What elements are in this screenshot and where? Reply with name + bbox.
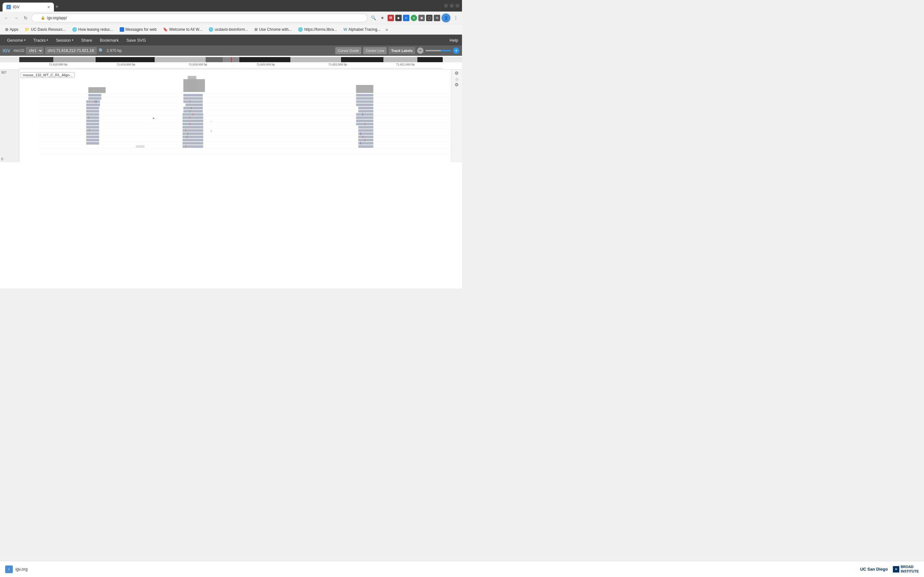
svg-rect-5 — [183, 94, 203, 97]
extension-icon-4[interactable]: ● — [411, 15, 417, 21]
bookmark-forms[interactable]: 🌐 https://forms.libra... — [296, 27, 339, 32]
new-tab-button[interactable]: + — [54, 2, 60, 11]
menu-session[interactable]: Session ▾ — [53, 37, 76, 44]
profile-icon[interactable]: 👤 — [441, 13, 451, 23]
igv-toolbar: IGV mm10 chr1 🔍 2,970 bp Cursor Guide Ce… — [0, 45, 462, 56]
svg-rect-70 — [86, 142, 99, 145]
svg-rect-38 — [86, 119, 99, 122]
forward-button[interactable]: → — [12, 14, 20, 22]
zoom-slider[interactable] — [425, 50, 451, 51]
svg-rect-66 — [86, 139, 99, 141]
menu-save-svg[interactable]: Save SVG — [123, 37, 149, 44]
bookmark-button[interactable]: ★ — [379, 14, 386, 22]
extension-icon-5[interactable]: ◉ — [418, 15, 425, 21]
svg-rect-0 — [88, 87, 105, 93]
search-button[interactable]: 🔍 — [370, 14, 377, 22]
track-settings-gear-2[interactable]: ⚙ — [455, 82, 459, 87]
bookmarks-more-button[interactable]: » — [384, 26, 389, 33]
svg-rect-41 — [356, 119, 373, 122]
bookmark-apps[interactable]: ⊞ Apps — [3, 27, 21, 32]
menu-genome[interactable]: Genome ▾ — [4, 37, 29, 44]
refresh-button[interactable]: ↻ — [22, 14, 29, 22]
track-data-panel[interactable]: mouse_110_WT_C_R1_Align... — [19, 69, 451, 162]
extension-icon-2[interactable]: ◆ — [395, 15, 402, 21]
ruler-label-3: 71,619,500 bp — [189, 63, 207, 66]
title-bar: i IGV × + — [0, 0, 462, 11]
svg-rect-36 — [190, 116, 190, 119]
svg-rect-13 — [183, 100, 203, 103]
svg-rect-12 — [96, 100, 97, 103]
svg-rect-24 — [86, 110, 99, 113]
menu-session-label: Session — [56, 38, 71, 43]
bookmark-alphabet[interactable]: W Alphabet Tracing... — [341, 27, 383, 32]
bookmark-messages[interactable]: Messages for web — [117, 27, 159, 32]
bookmark-alphabet-label: Alphabet Tracing... — [349, 27, 381, 32]
chromosome-overview[interactable] — [19, 57, 443, 62]
svg-rect-4 — [88, 94, 101, 97]
svg-rect-57 — [183, 132, 204, 135]
bookmark-ucdavis-bioinform-label: ucdavis-bioinform... — [215, 27, 248, 32]
bookmark-welcome-label: Welcome to All W... — [169, 27, 202, 32]
ruler-label-4: 71,620,000 bp — [256, 63, 275, 66]
svg-rect-27 — [359, 110, 373, 113]
svg-rect-6 — [356, 94, 373, 97]
bookmark-ucdavis-bioinform[interactable]: 🌐 ucdavis-bioinform... — [206, 27, 250, 32]
menu-share[interactable]: Share — [78, 37, 95, 44]
bookmarks-bar: ⊞ Apps 📁 UC Davis Resourc... 🌐 How leasi… — [0, 24, 462, 35]
svg-rect-53 — [186, 129, 186, 132]
zoom-out-button[interactable]: − — [417, 47, 423, 54]
track-area: 957 0 mouse_110_WT_C_R1_Align... — [0, 69, 462, 162]
svg-rect-62 — [183, 135, 204, 138]
svg-rect-17 — [186, 103, 203, 106]
menu-tracks-label: Tracks — [33, 38, 46, 43]
ruler-label-5: 71,620,500 bp — [328, 63, 347, 66]
zoom-in-button[interactable]: + — [453, 47, 459, 54]
tracks-arrow-icon: ▾ — [47, 39, 48, 42]
address-bar[interactable]: 🔒 igv.org/app/ — [31, 13, 368, 23]
track-label-panel: 957 0 — [0, 69, 19, 162]
back-button[interactable]: ← — [3, 14, 10, 22]
svg-rect-21 — [183, 107, 203, 109]
cursor-guide-button[interactable]: Cursor Guide — [335, 47, 361, 54]
minimize-button[interactable] — [444, 4, 448, 8]
svg-rect-30 — [193, 113, 193, 116]
toolbar-right: Cursor Guide Center Line Track Labels − … — [335, 47, 459, 54]
genome-build-label: mm10 — [13, 48, 24, 53]
svg-rect-8 — [183, 97, 203, 100]
svg-rect-14 — [190, 100, 190, 103]
svg-rect-33 — [86, 116, 99, 119]
svg-rect-16 — [86, 103, 100, 106]
close-button[interactable] — [456, 4, 459, 8]
track-labels-button[interactable]: Track Labels — [389, 47, 415, 54]
bookmark-chrome[interactable]: ⊞ Use Chrome with... — [252, 27, 294, 32]
igv-menu-bar: Genome ▾ Tracks ▾ Session ▾ Share Bookma… — [0, 35, 462, 45]
tab-close-button[interactable]: × — [47, 5, 50, 9]
scroll-indicator — [455, 78, 459, 81]
maximize-button[interactable] — [450, 4, 454, 8]
extension-icon-3[interactable]: G — [403, 15, 409, 21]
svg-rect-47 — [86, 126, 99, 129]
menu-help[interactable]: Help — [449, 38, 458, 43]
bookmark-welcome[interactable]: 🔖 Welcome to All W... — [160, 27, 205, 32]
menu-button[interactable]: ⋮ — [452, 14, 459, 22]
bookmark-ucdavis-label: UC Davis Resourc... — [31, 27, 66, 32]
svg-rect-11 — [95, 100, 95, 103]
extension-icon-1[interactable]: M — [388, 15, 394, 21]
track-min-value: 0 — [1, 157, 18, 161]
track-settings-gear-1[interactable]: ⚙ — [455, 71, 459, 75]
center-line-button[interactable]: Center Line — [363, 47, 387, 54]
menu-bookmark[interactable]: Bookmark — [97, 37, 122, 44]
search-icon[interactable]: 🔍 — [99, 48, 104, 53]
extension-icon-puzzle[interactable]: ⧉ — [434, 15, 440, 21]
locus-input[interactable] — [45, 47, 97, 54]
bookmark-ucdavis[interactable]: 📁 UC Davis Resourc... — [22, 27, 68, 32]
menu-tracks[interactable]: Tracks ▾ — [30, 37, 52, 44]
active-tab[interactable]: i IGV × — [3, 3, 54, 11]
track-max-value: 957 — [1, 71, 18, 74]
bookmark-leasing[interactable]: 🌐 How leasing reduc... — [69, 27, 116, 32]
reads-visualization — [19, 69, 451, 162]
chromosome-select[interactable]: chr1 — [26, 47, 43, 54]
svg-rect-34 — [88, 116, 89, 119]
extension-icon-6[interactable]: ◯ — [426, 15, 433, 21]
igv-app: Genome ▾ Tracks ▾ Session ▾ Share Bookma… — [0, 35, 462, 288]
